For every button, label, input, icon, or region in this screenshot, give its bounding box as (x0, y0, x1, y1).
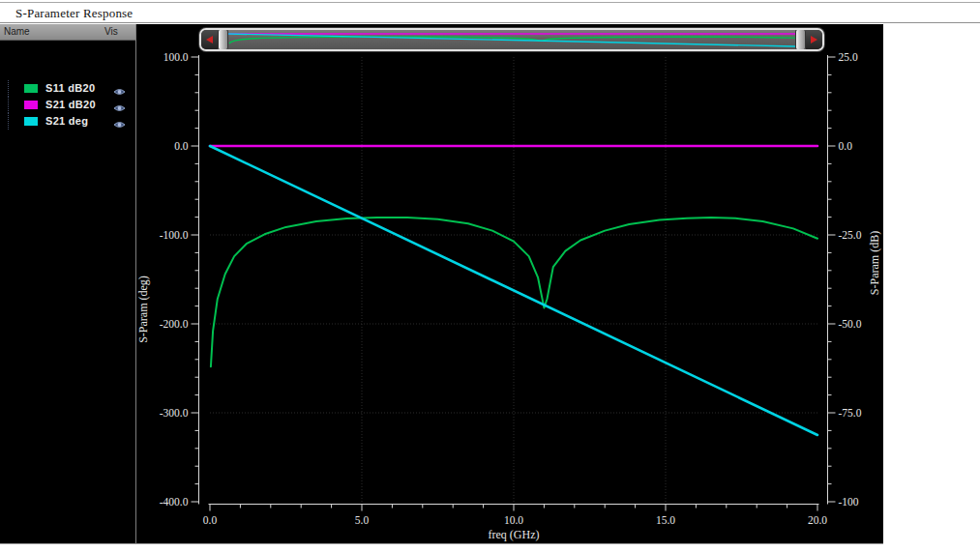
title-separator (0, 22, 980, 23)
legend-item[interactable]: S21 dB20 (0, 97, 135, 113)
trace-label: S11 dB20 (45, 82, 95, 94)
legend-item[interactable]: S11 dB20 (0, 80, 135, 97)
horizontal-scrollbar[interactable] (199, 28, 824, 51)
trace-color-swatch (24, 84, 38, 93)
page-title: S-Parameter Response (15, 6, 133, 21)
column-header-name: Name (4, 26, 30, 37)
legend-item[interactable]: S21 deg (0, 113, 135, 130)
scrollbar-waveform-preview[interactable] (228, 30, 795, 49)
scroll-right-button[interactable] (806, 30, 822, 49)
trace-label: S21 deg (45, 115, 88, 127)
trace-color-swatch (24, 101, 38, 109)
tree-branch-mark (8, 80, 9, 97)
tree-branch-mark (8, 97, 9, 113)
tree-branch-mark (8, 113, 9, 130)
legend-list: S11 dB20 S21 dB20 S21 deg (0, 80, 135, 130)
eye-icon[interactable] (113, 116, 126, 133)
plot-canvas[interactable] (135, 24, 883, 544)
scroll-left-arrow-icon (206, 36, 213, 44)
trace-color-swatch (24, 117, 38, 126)
trace-label: S21 dB20 (45, 99, 96, 110)
waveform-preview-thumbnail (228, 30, 795, 49)
scroll-left-button[interactable] (201, 30, 218, 49)
scrollbar-left-handle[interactable] (218, 30, 228, 49)
scrollbar-right-handle[interactable] (795, 30, 806, 49)
scroll-right-arrow-icon (811, 36, 817, 44)
preview-curve-s21-deg (228, 34, 795, 46)
column-header-vis: Vis (104, 26, 118, 37)
window-top-rule (0, 2, 980, 3)
sparameter-viewer-window: { "window": { "title": "S-Parameter Resp… (0, 0, 980, 552)
trace-panel-header: Name Vis (0, 24, 135, 41)
trace-panel: Name Vis S11 dB20 S21 dB20 S21 deg (0, 24, 135, 544)
